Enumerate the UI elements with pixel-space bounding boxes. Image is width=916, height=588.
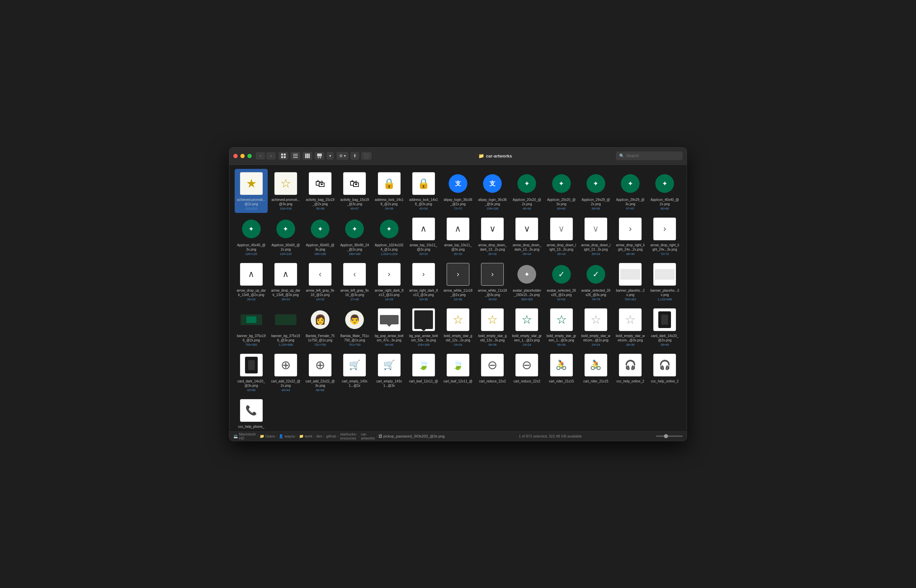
file-item[interactable]: ✦ AppIcon_20x20_@3x.png 60×60	[545, 169, 578, 213]
file-item[interactable]: ✦ AppIcon_1024x1024_@1x.png 1,024×1,024	[373, 214, 405, 258]
back-button[interactable]: ‹	[256, 152, 265, 160]
file-item[interactable]: ‹ arrow_left_gray_9x16_@3x.png 27×48	[338, 260, 371, 304]
file-item[interactable]: 🎧 ccc_help_online_2	[648, 351, 681, 394]
file-item[interactable]: ✦ AppIcon_40x40_@3x.png 120×120	[235, 214, 268, 258]
file-item[interactable]: ∨ arrow_drop_down_dark_13...2x.png 26×16	[476, 214, 509, 258]
file-item[interactable]: ☆ bold_empty_star_welcom...@2x.png 24×24	[579, 305, 612, 349]
file-item[interactable]: bg_pop_arraw_bottom_47x...3x.png 94×46	[373, 305, 405, 349]
file-item[interactable]: ∧ arrow_drop_up_dark_13x8_@2x.png 26×16	[235, 260, 268, 304]
file-item[interactable]: ✦ AppIcon_20x20_@2x.png 40×40	[511, 169, 543, 213]
breadcrumb-item[interactable]: dev	[317, 434, 323, 438]
file-item[interactable]: 🍃 cart_leaf_12x11_@	[441, 351, 474, 394]
file-item[interactable]: ⊕ cart_add_22x22_@2x.png 44×44	[269, 351, 302, 394]
file-item[interactable]: ∧ arrow_drop_up_dark_13x8_@3x.png 39×24	[269, 260, 302, 304]
breadcrumb-item[interactable]: 📁 Users	[260, 434, 275, 438]
file-item[interactable]: banner_placeho...2x.png 750×392	[614, 260, 647, 304]
minimize-button[interactable]	[240, 154, 245, 158]
breadcrumb-item[interactable]: starbucks-resources	[340, 432, 357, 440]
file-item[interactable]: ✦ AppIcon_40x40_@2x.png 80×80	[648, 169, 681, 213]
file-item[interactable]: ✦ AppIcon_29x29_@3x.png 87×87	[614, 169, 647, 213]
file-item[interactable]: 支 alipay_login_36x36_@2x.png 72×72	[441, 169, 474, 213]
file-item[interactable]: › arrow_white_11x18_@3x.png 33×54	[476, 260, 509, 304]
file-item[interactable]: 🔒 address_lock_14x18_@3x.png 42×54	[407, 169, 440, 213]
breadcrumb-item[interactable]: 💻 Macintosh HD	[233, 432, 256, 440]
file-item[interactable]: ✦ avatar_placeholder_150x15...2x.png 300…	[511, 260, 543, 304]
breadcrumb-item[interactable]: 📁 work	[299, 434, 312, 438]
list-view-button[interactable]	[291, 152, 300, 160]
forward-button[interactable]: ›	[267, 152, 276, 160]
breadcrumb-item[interactable]: 👤 wayou	[279, 434, 295, 438]
tag-button[interactable]: ⬛	[361, 152, 372, 160]
file-item[interactable]: ★ achieved-promoti...@2x.png 212×212	[235, 169, 268, 213]
file-item[interactable]: ☆ bold_empty_star_green_1...@3x.png 36×3…	[545, 305, 578, 349]
file-item[interactable]: ☆ bold_empty_star_gold_12x...3x.png 36×3…	[476, 305, 509, 349]
file-size: 33×54	[488, 298, 497, 301]
file-item[interactable]: banner_bg_375x196_@2x.png 750×392	[235, 305, 268, 349]
file-item[interactable]: ✓ avatar_selected_26x26_@2x.png 52×52	[545, 260, 578, 304]
settings-button[interactable]: ⚙ ▾	[336, 152, 349, 160]
maximize-button[interactable]	[247, 154, 252, 158]
breadcrumb-item[interactable]: car-artworks	[361, 432, 375, 440]
close-button[interactable]	[233, 154, 237, 158]
file-item[interactable]: ☆ achieved-promoti...@3x.png 318×318	[269, 169, 302, 213]
file-item[interactable]: 🛍 activity_bag_15x19_@3x.png 45×57	[338, 169, 371, 213]
file-item[interactable]: banner_placeho...3x.png 1,125×688	[648, 260, 681, 304]
file-item[interactable]: ∨ arrow_drop_down_light_13...3x.png 39×2…	[579, 214, 612, 258]
file-item[interactable]: 👨 Barista_Male_751x750_@1x.png 751×750	[338, 305, 371, 349]
file-name: AppIcon_20x20_@3x.png	[546, 197, 577, 206]
file-item[interactable]: ✓ avatar_selected_26x26_@3x.png 78×78	[579, 260, 612, 304]
file-item[interactable]: › arrow_right_dark_8x13_@2x.png 16×26	[373, 260, 405, 304]
file-item[interactable]: ∨ arrow_drop_down_dark_13...3x.png 39×24	[511, 214, 543, 258]
file-item[interactable]: bg_pop_arraw_bottom_53x...3x.png 159×169	[407, 305, 440, 349]
file-item[interactable]: ✦ AppIcon_90x90_24_@2x.png 180×180	[338, 214, 371, 258]
file-item[interactable]: card_dark_14x20_@2x.png 28×40	[648, 305, 681, 349]
file-item[interactable]: 👩 Barista_Female_751x750_@1x.png 751×750	[304, 305, 336, 349]
file-item[interactable]: 支 alipay_login_36x36_@3x.png 108×108	[476, 169, 509, 213]
file-item[interactable]: 🚴 cart_rider_21x15	[579, 351, 612, 394]
file-item[interactable]: ‹ arrow_left_gray_9x16_@2x.png 18×32	[304, 260, 336, 304]
search-icon: 🔍	[619, 153, 624, 158]
slider-track[interactable]	[656, 436, 683, 437]
file-item[interactable]: › arrow_right_dark_8x13_@3x.png 24×39	[407, 260, 440, 304]
file-item[interactable]: ☆ bold_empty_star_gold_12x...2x.png 24×2…	[441, 305, 474, 349]
file-item[interactable]: › arrow_drop_right_light_24x...3x.png 72…	[648, 214, 681, 258]
file-item[interactable]: › arrow_drop_right_light_24x...2x.png 48…	[614, 214, 647, 258]
file-size: 24×24	[591, 343, 600, 346]
file-item[interactable]: 🚴 cart_rider_21x15	[545, 351, 578, 394]
zoom-slider[interactable]	[656, 436, 683, 437]
view-options-button[interactable]: ▾	[326, 152, 334, 160]
file-item[interactable]: card_dark_14x20_@3x.png 42×60	[235, 351, 268, 394]
file-item[interactable]: 🍃 cart_leaf_12x11_@	[407, 351, 440, 394]
file-thumbnail: ☆	[584, 308, 608, 332]
file-item[interactable]: 🎧 ccc_help_online_2	[614, 351, 647, 394]
file-item[interactable]: ∨ arrow_drop_down_light_13...2x.png 26×1…	[545, 214, 578, 258]
file-item[interactable]: ⊕ cart_add_22x22_@3x.png 66×66	[304, 351, 336, 394]
search-box[interactable]: 🔍	[616, 152, 683, 160]
file-item[interactable]: 🛒 cart_empty_143x1...@3x	[373, 351, 405, 394]
file-item[interactable]: › arrow_white_11x18_@2x.png 22×36	[441, 260, 474, 304]
file-item[interactable]: ✦ AppIcon_29x29_@2x.png 58×58	[579, 169, 612, 213]
file-item[interactable]: ✦ AppIcon_60x60_@2x.png 120×120	[269, 214, 302, 258]
breadcrumb-item[interactable]: github	[326, 434, 336, 438]
cover-view-button[interactable]	[315, 152, 325, 160]
breadcrumb-item-active[interactable]: 🖼 pickup_password_343x203_@3x.png	[378, 434, 445, 438]
file-item[interactable]: banner_bg_375x196_@3x.png 1,125×688	[269, 305, 302, 349]
slider-thumb[interactable]	[664, 434, 668, 438]
file-thumbnail: ★	[239, 171, 263, 195]
icon-view-button[interactable]	[278, 152, 288, 160]
file-item[interactable]: 🔒 address_lock_14x18_@2x.png 28×36	[373, 169, 405, 213]
file-item[interactable]: ☆ bold_empty_star_green_1...@2x.png 24×2…	[511, 305, 543, 349]
file-item[interactable]: ⊖ cart_reduce_22x2	[511, 351, 543, 394]
file-item[interactable]: 📞 ccc_help_phone_	[235, 396, 268, 431]
column-view-button[interactable]	[302, 152, 312, 160]
file-item[interactable]: ∧ arraw_top_10x11_@3x.png 30×33	[441, 214, 474, 258]
file-item[interactable]: ∧ arraw_top_10x11_@2x.png 20×22	[407, 214, 440, 258]
file-item[interactable]: 🛒 cart_empty_143x1...@2x	[338, 351, 371, 394]
github-label: github	[326, 434, 336, 438]
file-item[interactable]: 🛍 activity_bag_15x19_@2x.png 30×38	[304, 169, 336, 213]
file-item[interactable]: ☆ bold_empty_star_welcom...@3x.png 36×36	[614, 305, 647, 349]
file-item[interactable]: ⊖ cart_reduce_22x2	[476, 351, 509, 394]
file-item[interactable]: ✦ AppIcon_60x60_@3x.png 180×180	[304, 214, 336, 258]
share-button[interactable]: ⬆	[351, 152, 359, 160]
search-input[interactable]	[626, 153, 679, 158]
